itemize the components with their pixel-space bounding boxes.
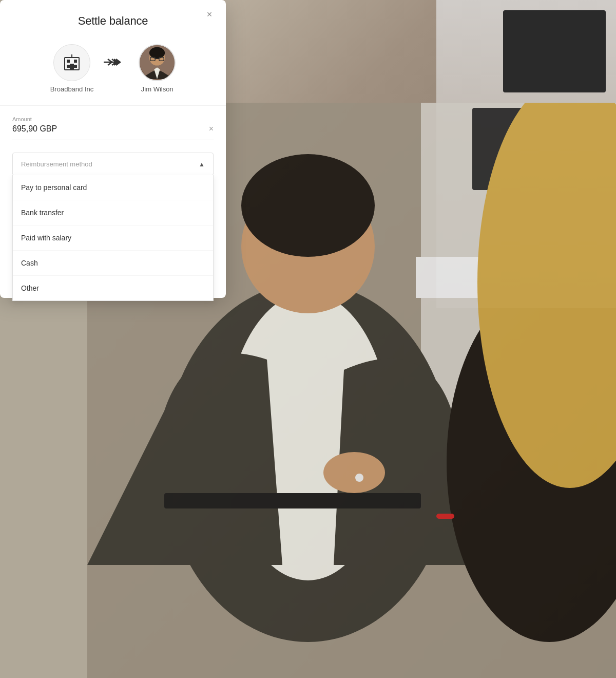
amount-section: Amount 695,90 GBP × xyxy=(0,106,226,144)
person-avatar-icon xyxy=(140,44,175,80)
transfer-arrow xyxy=(104,56,128,82)
dropdown-label: Reimbursement method xyxy=(21,160,92,168)
dropdown-arrow-icon: ▲ xyxy=(199,161,205,168)
from-name: Broadband Inc xyxy=(50,85,94,93)
dropdown-options-list: Pay to personal card Bank transfer Paid … xyxy=(12,175,214,301)
modal-header: Settle balance × xyxy=(0,0,226,36)
dropdown-header[interactable]: Reimbursement method ▲ xyxy=(13,153,213,175)
option-bank-transfer[interactable]: Bank transfer xyxy=(13,200,213,225)
svg-rect-19 xyxy=(74,65,77,68)
option-paid-with-salary[interactable]: Paid with salary xyxy=(13,225,213,251)
amount-clear-button[interactable]: × xyxy=(209,124,214,134)
arrow-right-icon xyxy=(104,56,128,68)
svg-point-7 xyxy=(241,154,375,257)
modal-title: Settle balance xyxy=(12,14,214,28)
svg-rect-20 xyxy=(70,64,74,70)
option-other[interactable]: Other xyxy=(13,276,213,300)
reimbursement-dropdown[interactable]: Reimbursement method ▲ Pay to personal c… xyxy=(12,153,214,176)
option-cash[interactable]: Cash xyxy=(13,251,213,276)
svg-point-13 xyxy=(355,474,363,482)
svg-rect-17 xyxy=(74,60,77,63)
close-button[interactable]: × xyxy=(203,8,216,21)
amount-row: 695,90 GBP × xyxy=(12,124,214,140)
svg-rect-14 xyxy=(436,514,454,519)
building-icon xyxy=(63,53,81,72)
amount-value: 695,90 GBP xyxy=(12,124,57,134)
svg-rect-18 xyxy=(67,65,70,68)
settle-balance-modal: Settle balance × Broadband Inc xyxy=(0,0,226,298)
svg-rect-16 xyxy=(67,60,70,63)
reimbursement-section: Reimbursement method ▲ Pay to personal c… xyxy=(0,144,226,176)
to-entity: Jim Wilson xyxy=(139,44,176,93)
from-avatar xyxy=(53,44,90,81)
to-name: Jim Wilson xyxy=(141,85,174,93)
from-entity: Broadband Inc xyxy=(50,44,94,93)
to-avatar xyxy=(139,44,176,81)
option-pay-personal-card[interactable]: Pay to personal card xyxy=(13,175,213,200)
background-dark-box xyxy=(503,10,606,92)
svg-point-12 xyxy=(323,452,385,493)
transfer-section: Broadband Inc xyxy=(0,36,226,105)
amount-label: Amount xyxy=(12,116,214,122)
svg-rect-8 xyxy=(164,493,421,509)
